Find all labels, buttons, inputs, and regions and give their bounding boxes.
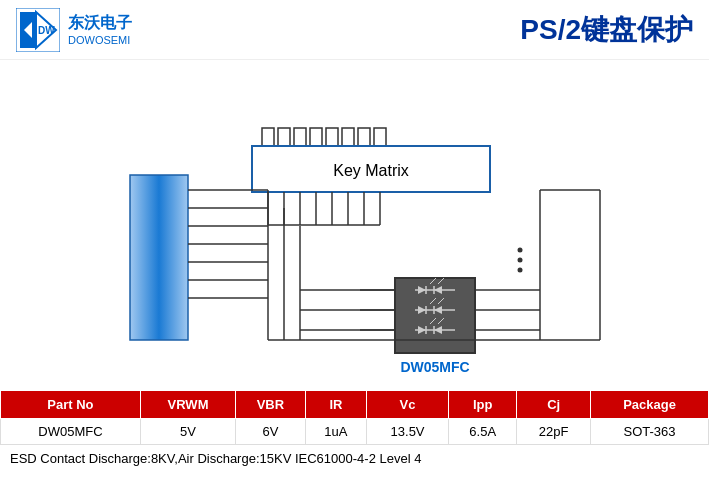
svg-rect-7 bbox=[326, 128, 338, 146]
page-title: PS/2键盘保护 bbox=[520, 11, 693, 49]
table-cell: 1uA bbox=[305, 419, 366, 445]
svg-rect-8 bbox=[342, 128, 354, 146]
specs-table: Part No VRWM VBR IR Vc Ipp Cj Package DW… bbox=[0, 390, 709, 445]
svg-point-32 bbox=[518, 258, 523, 263]
footer-text: ESD Contact Discharge:8KV,Air Discharge:… bbox=[0, 445, 709, 472]
col-ipp: Ipp bbox=[449, 391, 517, 419]
circuit-diagram: Key Matrix bbox=[0, 60, 709, 390]
table-area: Part No VRWM VBR IR Vc Ipp Cj Package DW… bbox=[0, 390, 709, 472]
svg-rect-3 bbox=[262, 128, 274, 146]
table-cell: 6V bbox=[236, 419, 306, 445]
table-cell: 6.5A bbox=[449, 419, 517, 445]
company-name-en: DOWOSEMI bbox=[68, 34, 132, 46]
table-cell: 5V bbox=[140, 419, 235, 445]
logo-area: DW 东沃电子 DOWOSEMI bbox=[16, 8, 132, 52]
col-vc: Vc bbox=[367, 391, 449, 419]
col-cj: Cj bbox=[517, 391, 591, 419]
table-cell: DW05MFC bbox=[1, 419, 141, 445]
svg-rect-4 bbox=[278, 128, 290, 146]
svg-point-33 bbox=[518, 268, 523, 273]
svg-rect-10 bbox=[374, 128, 386, 146]
col-package: Package bbox=[591, 391, 709, 419]
col-part-no: Part No bbox=[1, 391, 141, 419]
diagram-area: Key Matrix bbox=[0, 60, 709, 390]
svg-text:DW05MFC: DW05MFC bbox=[400, 359, 469, 375]
svg-text:DW: DW bbox=[38, 25, 55, 36]
svg-rect-5 bbox=[294, 128, 306, 146]
col-vbr: VBR bbox=[236, 391, 306, 419]
table-header-row: Part No VRWM VBR IR Vc Ipp Cj Package bbox=[1, 391, 709, 419]
svg-text:Key Matrix: Key Matrix bbox=[333, 162, 409, 179]
header: DW 东沃电子 DOWOSEMI PS/2键盘保护 bbox=[0, 0, 709, 60]
svg-rect-6 bbox=[310, 128, 322, 146]
svg-point-31 bbox=[518, 248, 523, 253]
company-name: 东沃电子 DOWOSEMI bbox=[68, 13, 132, 46]
svg-rect-2 bbox=[130, 175, 188, 340]
col-ir: IR bbox=[305, 391, 366, 419]
svg-rect-9 bbox=[358, 128, 370, 146]
company-logo: DW bbox=[16, 8, 60, 52]
table-cell: 13.5V bbox=[367, 419, 449, 445]
table-cell: SOT-363 bbox=[591, 419, 709, 445]
table-row: DW05MFC5V6V1uA13.5V6.5A22pFSOT-363 bbox=[1, 419, 709, 445]
col-vrwm: VRWM bbox=[140, 391, 235, 419]
table-cell: 22pF bbox=[517, 419, 591, 445]
company-name-cn: 东沃电子 bbox=[68, 13, 132, 34]
